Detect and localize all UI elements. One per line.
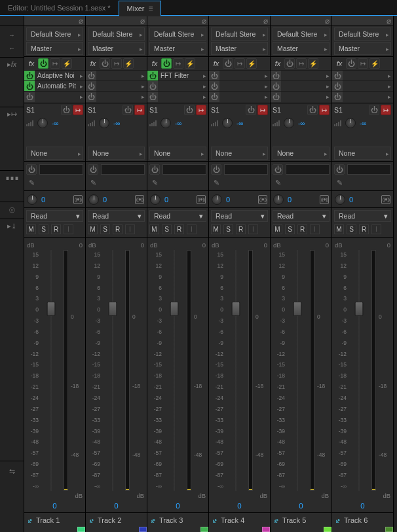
track-color-swatch[interactable] [139,527,147,532]
send-level-knob[interactable] [37,118,48,128]
output-routing-dropdown[interactable]: Master [211,42,268,55]
send-bus-dropdown[interactable]: None [88,147,145,160]
effects-power-button[interactable] [161,58,172,69]
effects-power-button[interactable] [284,58,295,69]
gutter-sends[interactable]: ▸ [0,107,24,171]
stereo-scope-icon[interactable] [381,195,390,204]
visibility-icon[interactable] [325,16,330,26]
effect-slot-power-button[interactable] [271,71,281,81]
input-routing-dropdown[interactable]: Default Stere [334,27,391,41]
eq-power-button[interactable] [149,164,160,175]
eq-graph[interactable] [286,164,330,175]
input-routing-dropdown[interactable]: Default Stere [88,27,145,41]
track-color-swatch[interactable] [324,527,331,532]
send-bus-dropdown[interactable]: None [149,147,206,160]
input-monitor-button[interactable]: I [310,224,320,234]
send-level-knob[interactable] [284,118,294,128]
mute-button[interactable]: M [211,224,221,234]
effects-slot[interactable] [271,91,331,101]
visibility-icon[interactable] [79,16,83,26]
send-power-button[interactable] [369,105,379,115]
effects-slot[interactable] [147,91,208,101]
eq-graph[interactable] [101,164,145,175]
output-routing-dropdown[interactable]: Master [88,42,145,55]
send-power-button[interactable] [123,105,133,115]
fader-track[interactable] [288,250,307,491]
effects-prefader-button[interactable]: ↦ [173,58,183,69]
automation-mode-dropdown[interactable]: Read [334,210,391,222]
effects-power-button[interactable] [38,58,48,69]
output-routing-dropdown[interactable]: Master [273,42,330,55]
effects-slot[interactable] [24,91,85,101]
eq-edit-button[interactable] [149,177,160,188]
solo-button[interactable]: S [223,224,233,234]
mute-button[interactable]: M [334,224,344,234]
send-prefader-button[interactable]: ↦ [381,105,391,115]
stereo-scope-icon[interactable] [135,195,144,204]
fader-thumb[interactable] [47,302,56,316]
send-level-knob[interactable] [161,118,171,128]
mute-button[interactable]: M [88,224,98,234]
automation-mode-dropdown[interactable]: Read [26,210,83,222]
track-name-row[interactable]: ⸙ Track 1 [24,512,85,527]
fader-track[interactable] [103,250,123,491]
send-bus-dropdown[interactable]: None [211,147,268,160]
effect-slot-power-button[interactable] [24,81,35,92]
send-prefader-button[interactable]: ↦ [73,105,83,115]
send-level-knob[interactable] [345,118,356,128]
fader-thumb[interactable] [109,302,117,316]
automation-mode-dropdown[interactable]: Read [211,210,268,222]
effect-slot-power-button[interactable] [24,71,35,81]
fader-track[interactable] [349,250,369,491]
gutter-pan[interactable]: ⦾ [0,202,24,219]
input-monitor-button[interactable]: I [371,224,381,234]
mute-button[interactable]: M [273,224,282,234]
input-monitor-button[interactable]: I [125,224,135,234]
route-out-arrow-icon[interactable]: ← [7,43,17,54]
eq-power-button[interactable] [273,164,283,175]
send-prefader-button[interactable]: ↦ [134,105,145,115]
effect-slot-power-button[interactable] [209,71,219,81]
track-color-swatch[interactable] [200,527,208,532]
effects-slot[interactable] [209,70,270,80]
pan-knob[interactable] [335,194,345,205]
stereo-scope-icon[interactable] [197,195,206,204]
eq-edit-button[interactable] [334,177,345,188]
fader-thumb[interactable] [170,302,179,316]
effect-slot-power-button[interactable] [332,71,343,81]
effects-bolt-button[interactable] [369,58,380,69]
mute-button[interactable]: M [149,224,159,234]
solo-button[interactable]: S [347,224,356,234]
effect-slot-power-button[interactable] [147,71,158,81]
effects-slot[interactable] [271,80,331,91]
eq-power-button[interactable] [88,164,98,175]
effects-slot[interactable] [86,80,147,91]
effects-bolt-button[interactable] [308,58,318,69]
record-arm-button[interactable]: R [359,224,369,234]
effects-prefader-button[interactable]: ↦ [296,58,307,69]
pan-knob[interactable] [88,194,99,205]
effects-power-button[interactable] [346,58,356,69]
effect-slot-power-button[interactable] [332,92,343,102]
visibility-icon[interactable] [263,16,268,26]
pan-knob[interactable] [150,194,161,205]
effects-slot[interactable] [332,80,393,91]
eq-edit-button[interactable] [88,177,98,188]
automation-mode-dropdown[interactable]: Read [88,210,145,222]
effects-bolt-button[interactable] [62,58,72,69]
send-prefader-button[interactable]: ↦ [196,105,206,115]
automation-mode-dropdown[interactable]: Read [273,210,330,222]
effect-slot-power-button[interactable] [271,92,281,102]
send-power-button[interactable] [61,105,71,115]
record-arm-button[interactable]: R [113,224,123,234]
fader-track[interactable] [164,250,184,491]
effects-prefader-button[interactable]: ↦ [235,58,245,69]
pan-knob[interactable] [27,194,37,205]
eq-graph[interactable] [347,164,391,175]
solo-button[interactable]: S [162,224,172,234]
send-bus-dropdown[interactable]: None [273,147,330,160]
stereo-scope-icon[interactable] [258,195,267,204]
send-power-button[interactable] [246,105,256,115]
send-level-knob[interactable] [222,118,233,128]
eq-graph[interactable] [224,164,268,175]
